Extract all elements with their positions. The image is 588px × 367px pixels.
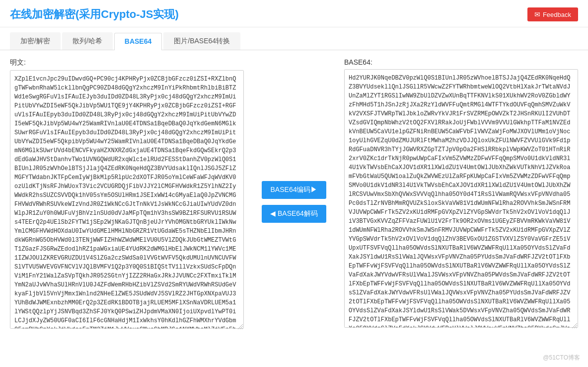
page-title: 在线加密解密(采用Crypto-JS实现): [10, 7, 179, 22]
encode-label: BASE64编码▶: [271, 185, 318, 194]
tab-image[interactable]: 图片/BASE64转换: [163, 32, 240, 50]
base64-output[interactable]: [344, 69, 578, 328]
right-textarea-wrapper: [344, 69, 578, 329]
encode-button[interactable]: BASE64编码▶: [262, 181, 326, 199]
main-content: 明文: BASE64编码▶ ◀ BASE64解码 BASE64:: [0, 50, 588, 338]
title-link: Crypto-JS: [101, 8, 153, 20]
resize-handle-right[interactable]: [572, 323, 577, 328]
resize-handle-left[interactable]: [238, 324, 243, 329]
left-panel-label: 明文:: [10, 58, 244, 67]
tab-hash[interactable]: 散列/哈希: [62, 32, 113, 50]
right-panel: BASE64:: [344, 58, 578, 330]
title-prefix: 在线加密解密(采用: [10, 8, 101, 20]
mail-icon: ✉: [534, 10, 540, 18]
left-panel: 明文:: [10, 58, 244, 330]
decode-button[interactable]: ◀ BASE64解码: [262, 205, 326, 223]
left-textarea-wrapper: [10, 70, 244, 330]
page-container: 在线加密解密(采用Crypto-JS实现) ✉ Feedback 加密/解密 散…: [0, 0, 588, 338]
tab-base64[interactable]: BASE64: [114, 33, 162, 50]
plaintext-input[interactable]: [10, 70, 244, 329]
tab-bar: 加密/解密 散列/哈希 BASE64 图片/BASE64转换: [0, 27, 588, 50]
header: 在线加密解密(采用Crypto-JS实现) ✉ Feedback: [0, 0, 588, 27]
decode-label: ◀ BASE64解码: [270, 209, 318, 218]
middle-buttons: BASE64编码▶ ◀ BASE64解码: [254, 58, 334, 330]
feedback-label: Feedback: [543, 11, 571, 18]
right-panel-label: BASE64:: [344, 58, 578, 66]
feedback-button[interactable]: ✉ Feedback: [527, 7, 578, 21]
title-suffix: 实现): [153, 8, 178, 20]
tab-encrypt[interactable]: 加密/解密: [10, 32, 61, 50]
